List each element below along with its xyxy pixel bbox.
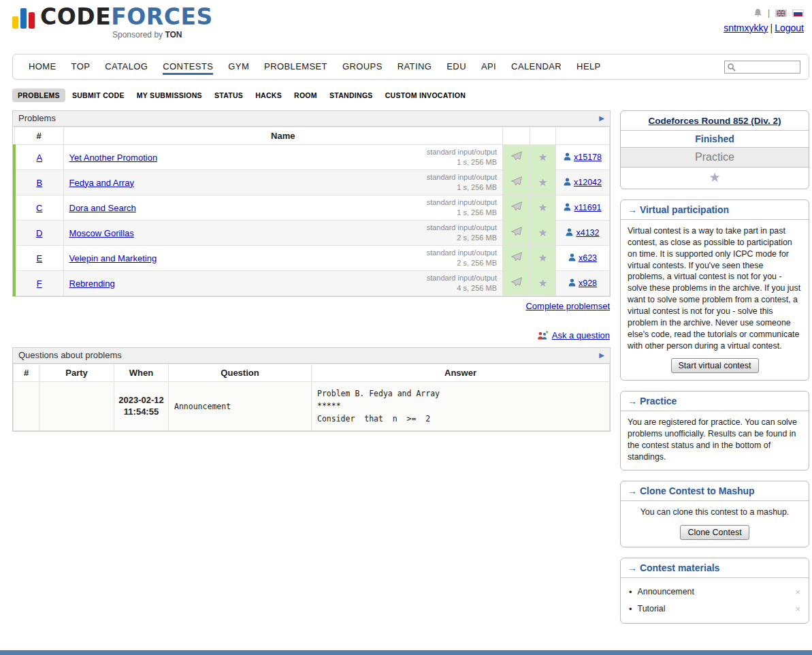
material-item[interactable]: • Announcement × — [628, 584, 802, 601]
paper-plane-icon[interactable] — [511, 277, 522, 287]
paper-plane-icon[interactable] — [511, 202, 522, 211]
collapse-arrow-icon[interactable]: ▶ — [599, 351, 604, 359]
favorite-star-icon[interactable]: ★ — [538, 202, 547, 213]
problem-submit-cell — [503, 170, 530, 195]
paper-plane-icon[interactable] — [511, 151, 522, 161]
question-when-cell: 2023-02-12 11:54:55 — [114, 382, 169, 431]
separator: | — [768, 8, 770, 18]
complete-problemset-link[interactable]: Complete problemset — [525, 301, 610, 311]
logo-bars-icon — [12, 5, 35, 34]
problem-index-link[interactable]: C — [36, 203, 42, 213]
paper-plane-icon[interactable] — [511, 176, 522, 186]
paper-plane-icon[interactable] — [511, 252, 522, 261]
favorite-star-icon[interactable]: ★ — [538, 176, 547, 188]
notifications-bell-icon[interactable] — [753, 8, 762, 18]
problem-index-cell: D — [14, 221, 63, 246]
problem-name-link[interactable]: Fedya and Array — [69, 178, 134, 188]
flag-en-icon[interactable] — [775, 10, 787, 17]
bullet-icon: • — [629, 587, 632, 597]
separator: | — [770, 22, 773, 33]
favorite-star-icon[interactable]: ★ — [538, 151, 547, 163]
problem-favorite-cell: ★ — [530, 221, 556, 246]
solved-count-link[interactable]: x15178 — [574, 153, 602, 162]
close-icon[interactable]: × — [795, 587, 800, 597]
problem-solved-cell: x12042 — [556, 170, 610, 195]
solved-person-icon — [568, 252, 576, 264]
clone-contest-button[interactable]: Clone Contest — [680, 525, 749, 540]
solved-count-link[interactable]: x623 — [579, 253, 597, 263]
contest-tab[interactable]: PROBLEMS — [12, 89, 65, 102]
problem-solved-cell: x11691 — [556, 195, 610, 221]
paper-plane-icon[interactable] — [511, 227, 522, 236]
problem-name-link[interactable]: Velepin and Marketing — [69, 253, 157, 263]
problem-index-link[interactable]: A — [36, 153, 42, 163]
col-header-answer: Answer — [312, 364, 610, 382]
contest-tab[interactable]: STATUS — [209, 89, 248, 102]
problem-name-link[interactable]: Dora and Search — [69, 203, 136, 213]
problem-io-limits: standard input/output 1 s, 256 MB — [427, 172, 497, 193]
contest-tab[interactable]: CUSTOM INVOCATION — [380, 89, 471, 102]
contest-tab[interactable]: SUBMIT CODE — [67, 89, 130, 102]
start-virtual-contest-button[interactable]: Start virtual contest — [671, 358, 759, 373]
codeforces-logo[interactable]: CODEFORCES Sponsored by TON — [12, 5, 213, 50]
nav-item[interactable]: GYM — [221, 54, 257, 79]
problems-table: Problems ▶ # Name — [12, 110, 611, 297]
close-icon[interactable]: × — [795, 604, 800, 614]
nav-item[interactable]: CATALOG — [97, 54, 155, 79]
favorite-star-icon[interactable]: ★ — [538, 227, 547, 238]
nav-item[interactable]: HOME — [21, 54, 64, 79]
nav-item[interactable]: GROUPS — [335, 54, 390, 79]
nav-item[interactable]: CALENDAR — [504, 54, 569, 79]
nav-item[interactable]: CONTESTS — [155, 54, 221, 79]
solved-count-link[interactable]: x928 — [579, 278, 597, 288]
problem-io-limits: standard input/output 1 s, 256 MB — [427, 147, 497, 167]
contest-tab[interactable]: STANDINGS — [324, 89, 378, 102]
virtual-participation-text: Virtual contest is a way to take part in… — [628, 225, 802, 351]
nav-item[interactable]: TOP — [64, 54, 98, 79]
search-input[interactable] — [725, 61, 800, 73]
solved-count-link[interactable]: x12042 — [574, 178, 602, 187]
problem-index-cell: B — [14, 170, 63, 195]
problem-index-link[interactable]: E — [36, 253, 42, 263]
flag-ru-icon[interactable] — [792, 10, 804, 17]
username-link[interactable]: sntmxykky — [724, 22, 768, 33]
problem-name-link[interactable]: Moscow Gorillas — [69, 228, 134, 238]
favorite-star-icon[interactable]: ★ — [538, 252, 547, 263]
solved-count-link[interactable]: x11691 — [574, 203, 601, 212]
problem-limits: 2 s, 256 MB — [427, 233, 497, 243]
contest-tab[interactable]: MY SUBMISSIONS — [131, 89, 208, 102]
contest-tab[interactable]: HACKS — [250, 89, 287, 102]
clone-mashup-box: → Clone Contest to Mashup You can clone … — [620, 481, 809, 547]
favorite-star-icon[interactable]: ★ — [538, 277, 547, 289]
problem-io: standard input/output — [427, 273, 497, 283]
problem-name-link[interactable]: Yet Another Promotion — [69, 153, 158, 163]
problem-favorite-cell: ★ — [530, 145, 556, 170]
nav-item[interactable]: RATING — [390, 54, 440, 79]
main-content: Problems ▶ # Name — [12, 110, 809, 634]
nav-item[interactable]: EDU — [439, 54, 474, 79]
problem-index-link[interactable]: B — [36, 178, 42, 188]
nav-item[interactable]: PROBLEMSET — [257, 54, 335, 79]
favorite-contest-star-icon[interactable]: ★ — [709, 170, 720, 185]
problem-submit-cell — [503, 145, 530, 170]
problem-index-link[interactable]: D — [36, 228, 42, 238]
problem-name-cell: Dora and Search standard input/output 1 … — [63, 195, 503, 221]
contest-tab[interactable]: ROOM — [289, 89, 323, 102]
ask-question-link[interactable]: Ask a question — [552, 330, 610, 340]
contest-title-link[interactable]: Codeforces Round 852 (Div. 2) — [649, 116, 781, 126]
material-item[interactable]: • Tutorial × — [628, 601, 802, 618]
problem-submit-cell — [503, 195, 530, 221]
nav-item[interactable]: HELP — [569, 54, 608, 79]
problem-io-limits: standard input/output 2 s, 256 MB — [427, 248, 497, 268]
problem-io-limits: standard input/output 1 s, 256 MB — [427, 197, 497, 218]
problem-submit-cell — [503, 271, 530, 296]
solved-person-icon — [564, 202, 571, 214]
solved-count-link[interactable]: x4132 — [576, 228, 599, 238]
problem-index-link[interactable]: F — [37, 278, 42, 289]
problem-name-link[interactable]: Rebrending — [69, 278, 115, 289]
collapse-arrow-icon[interactable]: ▶ — [599, 114, 604, 122]
problem-row: E Velepin and Marketing standard input/o… — [14, 246, 610, 271]
logout-link[interactable]: Logout — [775, 22, 804, 33]
problem-row: D Moscow Gorillas standard input/output … — [14, 221, 610, 246]
nav-item[interactable]: API — [474, 54, 504, 79]
